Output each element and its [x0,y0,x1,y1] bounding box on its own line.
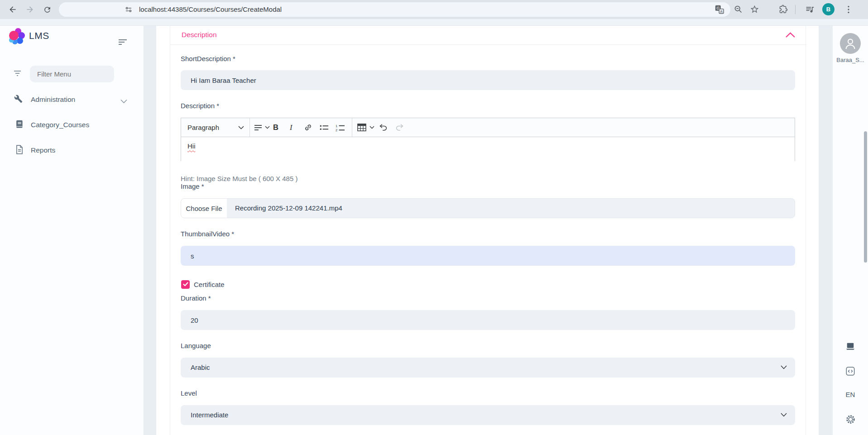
user-avatar[interactable] [840,33,861,54]
redo-icon [395,123,404,132]
sidebar-item-label: Administration [31,96,75,104]
certificate-field: Certificate [181,280,225,289]
undo-icon [379,123,388,132]
editor-content-area[interactable]: Hii [181,137,795,161]
bold-button[interactable]: B [273,118,278,137]
level-select[interactable]: Intermediate [181,405,795,425]
brand-title: LMS [29,30,49,41]
sidebar-item-label: Category_Courses [31,121,89,129]
reading-list-icon[interactable] [805,5,815,16]
sidebar-item-administration[interactable]: Administration [0,93,144,107]
redo-button[interactable] [395,118,404,137]
description-label: Description * [181,102,219,110]
page-top-strip [0,19,868,26]
sidebar-item-category-courses[interactable]: Category_Courses [0,118,144,132]
italic-button[interactable]: I [290,118,293,137]
rich-text-editor: Paragraph B I [181,118,795,161]
image-size-hint: Hint: Image Size Must be ( 600 X 485 ) [181,175,297,182]
filter-menu-input[interactable] [30,66,114,82]
check-icon [183,282,188,287]
lms-logo-icon [9,28,25,44]
image-label: Image * [181,182,204,190]
choose-file-button[interactable]: Choose File [181,199,227,218]
device-laptop-icon[interactable] [845,342,855,353]
bold-icon: B [273,123,278,132]
description-section-card: Description ShortDescription * Descripti… [170,26,806,435]
chevron-up-icon [785,32,796,38]
forward-arrow-icon [25,5,34,14]
language-select[interactable]: Arabic [181,358,795,378]
section-collapse-button[interactable] [785,32,796,40]
address-bar[interactable]: localhost:44385/Courses/Courses/CreateMo… [59,2,730,17]
right-rail: Baraa_S... EN [833,26,868,435]
editor-toolbar: Paragraph B I [181,118,795,137]
report-icon [15,145,24,156]
chevron-down-icon [781,365,787,369]
short-description-label: ShortDescription * [181,55,235,62]
browser-toolbar: localhost:44385/Courses/Courses/CreateMo… [0,0,868,19]
site-info-icon[interactable] [125,5,133,15]
settings-gear-icon[interactable] [845,414,856,426]
browser-back-button[interactable] [7,4,18,15]
refresh-icon [43,5,52,14]
editor-text: Hii [187,142,196,150]
browser-menu-icon[interactable] [844,5,853,16]
translate-icon[interactable]: GA [715,5,724,16]
svg-text:1: 1 [336,124,337,128]
undo-button[interactable] [379,118,388,137]
link-icon [303,123,313,132]
level-label: Level [181,389,197,397]
page-scrollbar-thumb[interactable] [864,131,867,263]
image-file-input[interactable]: Choose File Recording 2025-12-09 142241.… [181,198,795,218]
numbered-list-button[interactable]: 12 [335,118,345,137]
screen: localhost:44385/Courses/Courses/CreateMo… [0,0,868,435]
bulleted-list-icon [319,123,329,132]
toolbar-separator [249,118,250,137]
chevron-down-icon [120,97,127,105]
svg-text:A: A [720,10,723,14]
browser-profile-avatar[interactable]: B [822,3,834,15]
page-gutter-right [819,26,833,435]
wrench-icon [14,95,23,105]
chevron-down-icon [369,126,374,129]
insert-table-button[interactable] [357,118,374,137]
align-button[interactable] [254,118,270,137]
language-toggle[interactable]: EN [833,391,868,398]
thumbnail-video-input[interactable] [181,246,795,266]
filter-icon [14,70,21,78]
source-code-icon[interactable] [845,366,855,378]
language-label: Language [181,342,211,349]
certificate-label: Certificate [194,281,225,288]
language-value: Arabic [191,358,210,378]
duration-label: Duration * [181,294,211,302]
sidebar-item-reports[interactable]: Reports [0,143,144,158]
page-gutter-left [144,26,156,435]
book-icon [15,120,24,131]
thumbnail-video-label: ThumbnailVideo * [181,230,234,238]
selected-file-name: Recording 2025-12-09 142241.mp4 [235,199,342,218]
browser-refresh-button[interactable] [42,4,53,15]
bookmark-star-icon[interactable] [750,5,759,16]
section-title: Description [182,31,217,39]
chevron-down-icon [265,126,270,129]
link-button[interactable] [303,118,313,137]
duration-input[interactable] [181,310,795,330]
svg-text:2: 2 [336,128,337,132]
browser-forward-button[interactable] [24,4,35,15]
create-course-modal: Description ShortDescription * Descripti… [156,26,819,435]
zoom-indicator-icon[interactable] [734,5,743,16]
sidebar: LMS Administration Category_Courses [0,26,144,435]
numbered-list-icon: 12 [335,123,345,132]
sidebar-collapse-icon[interactable] [119,39,127,47]
toolbar-separator [795,5,796,14]
bulleted-list-button[interactable] [319,118,329,137]
section-divider [170,44,806,45]
certificate-checkbox[interactable] [181,280,190,289]
paragraph-style-dropdown[interactable]: Paragraph [181,118,249,137]
user-name: Baraa_S... [833,57,868,63]
short-description-input[interactable] [181,70,795,90]
extensions-icon[interactable] [779,5,788,15]
sidebar-item-label: Reports [31,146,55,154]
person-icon [844,37,857,50]
paragraph-style-value: Paragraph [187,118,219,137]
